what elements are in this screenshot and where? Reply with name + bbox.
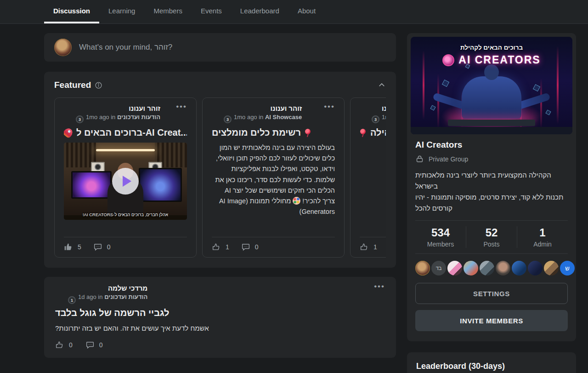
comment-button[interactable]: 0 bbox=[241, 242, 259, 252]
like-button[interactable]: 1 bbox=[360, 242, 377, 252]
comment-button[interactable]: 0 bbox=[85, 340, 103, 350]
info-icon[interactable] bbox=[95, 81, 102, 89]
post-time: 1d ago in bbox=[78, 293, 103, 300]
comment-button[interactable]: 0 bbox=[93, 242, 111, 252]
post-title: רשימת כלים מומלצים bbox=[212, 127, 301, 138]
level-badge: 3 bbox=[224, 115, 232, 123]
featured-section: Featured 3 bbox=[44, 72, 396, 268]
tab-leaderboard[interactable]: Leaderboard bbox=[231, 0, 288, 23]
member-avatar[interactable] bbox=[480, 261, 494, 275]
post-title: ברוכים הבאים ל-AI Creat... bbox=[76, 127, 187, 138]
author-name[interactable]: זוהר וענונו bbox=[86, 104, 160, 112]
member-avatar[interactable] bbox=[415, 261, 430, 275]
author-avatar[interactable]: 1 bbox=[55, 284, 74, 303]
featured-post-rules[interactable]: 3 זוהר וענונו 1mo חוקי הקהילה למעלה ? הי bbox=[350, 98, 386, 258]
author-avatar[interactable]: 3 bbox=[212, 104, 229, 122]
post-category[interactable]: הודעות ועדכונים bbox=[117, 114, 160, 121]
member-avatar[interactable]: בד bbox=[431, 261, 446, 275]
feed-column: What's on your mind, זוהר? Featured bbox=[44, 33, 396, 373]
leaderboard-title: Leaderboard (30-days) bbox=[416, 362, 567, 371]
more-options-icon[interactable]: ••• bbox=[176, 104, 187, 109]
top-nav: Discussion Learning Members Events Leade… bbox=[0, 0, 588, 24]
post-category[interactable]: הודעות ועדכונים bbox=[104, 293, 147, 300]
member-avatar[interactable] bbox=[496, 261, 510, 275]
post-body: אשמח לדעת איך עושים את זה. והאם יש בזה י… bbox=[55, 324, 385, 332]
more-options-icon[interactable]: ••• bbox=[374, 284, 385, 289]
member-avatar[interactable] bbox=[512, 261, 526, 275]
banner-group-name: AI CREATORS bbox=[458, 54, 540, 66]
video-caption: אהלן חברים, ברוכים הבאים ל-AI CREATORS! bbox=[64, 212, 187, 217]
feed-post[interactable]: 1 מרדכי שלמה 1d ago in הודעות ועדכונים •… bbox=[44, 277, 396, 358]
like-count: 1 bbox=[373, 243, 377, 251]
decor bbox=[96, 149, 155, 151]
decor bbox=[139, 168, 182, 202]
author-avatar[interactable]: 3 bbox=[64, 104, 81, 122]
member-avatars-row: בד ש bbox=[415, 254, 568, 283]
user-avatar bbox=[54, 39, 72, 56]
tab-members[interactable]: Members bbox=[144, 0, 192, 23]
banner-welcome-text: ברוכים הבאים לקהילת bbox=[411, 44, 572, 51]
post-title: חוקי הקהילה bbox=[370, 127, 386, 138]
group-stats: 534 Members 52 Posts 1 Admin bbox=[415, 220, 568, 254]
group-description-line2: תכנות ללא קוד, יצירת סרטים, מוסיקה ותמונ… bbox=[415, 192, 568, 214]
like-button[interactable]: 1 bbox=[212, 242, 229, 252]
like-count: 5 bbox=[78, 243, 81, 251]
post-time: 1mo ago in bbox=[86, 114, 115, 121]
lock-icon bbox=[415, 155, 424, 163]
post-body: למעלה ? היכנס ל עמוד התכנים שיש לקבל תשו… bbox=[360, 144, 386, 237]
tab-learning[interactable]: Learning bbox=[99, 0, 144, 23]
stat-admin[interactable]: 1 Admin bbox=[517, 226, 568, 248]
post-category[interactable]: AI Showcase bbox=[265, 114, 302, 121]
group-description-line1: הקהילה המקצועית ביותר ליוצרי בינה מלאכות… bbox=[415, 170, 568, 192]
play-icon[interactable] bbox=[112, 168, 139, 195]
member-avatar[interactable] bbox=[544, 261, 559, 275]
member-avatar[interactable] bbox=[464, 261, 478, 275]
decor bbox=[71, 171, 112, 199]
author-name[interactable]: זוהר וענונו bbox=[234, 104, 302, 112]
tab-events[interactable]: Events bbox=[192, 0, 231, 23]
comment-count: 0 bbox=[99, 341, 103, 349]
palette-emoji bbox=[293, 197, 300, 205]
stat-members[interactable]: 534 Members bbox=[415, 226, 466, 248]
member-avatar[interactable] bbox=[528, 261, 543, 275]
brain-logo-icon bbox=[442, 54, 454, 66]
level-badge: 3 bbox=[372, 115, 379, 123]
like-button[interactable]: 5 bbox=[64, 242, 81, 252]
author-name[interactable]: מרדכי שלמה bbox=[78, 284, 147, 292]
tab-bar: Discussion Learning Members Events Leade… bbox=[44, 0, 325, 23]
collapse-chevron-up-icon[interactable] bbox=[378, 81, 386, 89]
author-name[interactable]: זוהר וענונו bbox=[382, 104, 386, 112]
like-button[interactable]: 0 bbox=[55, 340, 73, 350]
decor bbox=[91, 162, 105, 172]
comment-count: 0 bbox=[107, 243, 111, 251]
post-composer[interactable]: What's on your mind, זוהר? bbox=[44, 33, 396, 62]
pin-emoji bbox=[360, 129, 367, 137]
member-avatar[interactable]: ש bbox=[560, 261, 575, 275]
featured-post-welcome[interactable]: 3 זוהר וענונו 1mo ago in הודעות ועדכונים… bbox=[54, 98, 197, 258]
composer-prompt[interactable]: What's on your mind, זוהר? bbox=[79, 43, 172, 52]
pin-emoji bbox=[305, 129, 311, 137]
featured-post-tools[interactable]: 3 זוהר וענונו 1mo ago in AI Showcase •••… bbox=[202, 98, 345, 258]
post-title: לגביי הרשמה של גוגל בלבד bbox=[55, 308, 385, 318]
group-sidebar: ברוכים הבאים לקהילת AI CREATORS AI Creat… bbox=[407, 33, 576, 373]
tab-about[interactable]: About bbox=[288, 0, 325, 23]
group-cover-image: ברוכים הבאים לקהילת AI CREATORS bbox=[411, 37, 572, 134]
comment-count: 0 bbox=[255, 243, 259, 251]
level-badge: 3 bbox=[76, 115, 84, 123]
rocket-emoji bbox=[64, 127, 74, 138]
video-thumbnail[interactable]: אהלן חברים, ברוכים הבאים ל-AI CREATORS! bbox=[64, 143, 187, 220]
post-time: 1mo bbox=[382, 114, 386, 121]
featured-title: Featured bbox=[54, 80, 91, 90]
settings-button[interactable]: SETTINGS bbox=[415, 283, 568, 304]
level-badge: 1 bbox=[68, 296, 76, 304]
author-avatar[interactable]: 3 bbox=[360, 104, 377, 122]
tab-discussion[interactable]: Discussion bbox=[44, 0, 99, 23]
post-time: 1mo ago in bbox=[234, 114, 263, 121]
stat-posts[interactable]: 52 Posts bbox=[466, 226, 517, 248]
invite-members-button[interactable]: INVITE MEMBERS bbox=[415, 310, 568, 331]
more-options-icon[interactable]: ••• bbox=[324, 104, 335, 109]
leaderboard-card: Leaderboard (30-days) bbox=[407, 352, 576, 373]
member-avatar[interactable] bbox=[447, 261, 462, 275]
group-info-card: ברוכים הבאים לקהילת AI CREATORS AI Creat… bbox=[407, 33, 576, 341]
group-privacy: Private Group bbox=[429, 155, 468, 163]
